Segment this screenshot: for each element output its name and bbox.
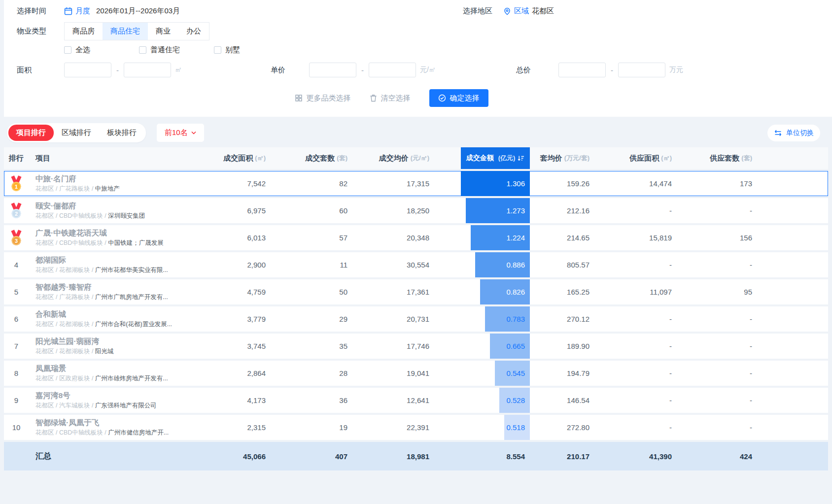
project-subtitle: 花都区 / 花都湖板块 / 阳光城 xyxy=(35,347,196,356)
summary-deal-units: 407 xyxy=(268,452,349,461)
property-type-tab-3[interactable]: 办公 xyxy=(178,23,209,40)
rank-cell: 10 xyxy=(4,423,29,432)
table-row[interactable]: 6合和新城花都区 / 花都湖板块 / 广州市合和(花都)置业发展...3,779… xyxy=(4,306,828,332)
deal-avg-price-cell: 19,041 xyxy=(349,369,431,377)
gold-medal-icon: 1 xyxy=(10,176,23,191)
column-header-2: 成交面积(㎡) xyxy=(196,147,268,169)
table-row[interactable]: 10智都绿城·凤凰于飞花都区 / CBD中轴线板块 / 广州市健信房地产开...… xyxy=(4,415,828,440)
deal-units-cell: 28 xyxy=(268,369,349,377)
table-row[interactable]: 2颐安·俪都府花都区 / CBD中轴线板块 / 深圳颐安集团6,9756018,… xyxy=(4,198,828,223)
deal-area-cell: 3,779 xyxy=(196,315,268,323)
area-max-input[interactable] xyxy=(124,63,171,77)
deal-avg-price-cell: 20,731 xyxy=(349,315,431,323)
property-type-tab-1[interactable]: 商品住宅 xyxy=(103,23,148,40)
deal-avg-price-cell: 17,746 xyxy=(349,342,431,350)
clear-selection-label: 清空选择 xyxy=(381,94,411,103)
summary-deal-avg-price: 18,981 xyxy=(349,452,431,461)
range-separator: - xyxy=(611,66,613,74)
ranking-tab-2[interactable]: 板块排行 xyxy=(99,125,144,141)
time-mode-selector[interactable]: 月度 xyxy=(64,6,90,16)
top-n-dropdown[interactable]: 前10名 xyxy=(157,124,204,142)
rank-cell: 5 xyxy=(4,288,29,296)
unit-price-unit-label: 元/㎡ xyxy=(420,66,436,74)
column-header-8: 供应套数(套) xyxy=(674,147,754,169)
subtype-checkbox-0[interactable]: 全选 xyxy=(64,45,139,55)
property-type-tab-2[interactable]: 商业 xyxy=(148,23,178,40)
project-location-path: 花都区 / CBD中轴线板块 / xyxy=(35,429,108,436)
checkbox-icon[interactable] xyxy=(64,46,71,54)
deal-area-cell: 3,745 xyxy=(196,342,268,350)
unit-switch-label: 单位切换 xyxy=(786,129,814,137)
total-price-unit-label: 万元 xyxy=(669,66,683,74)
area-unit-label: ㎡ xyxy=(175,66,182,74)
project-cell: 智都越秀·臻智府花都区 / 广花路板块 / 广州市广凯房地产开发有... xyxy=(29,282,196,301)
deal-avg-price-cell: 18,250 xyxy=(349,206,431,215)
rank-cell: 3 xyxy=(4,230,29,245)
subtype-checkbox-2[interactable]: 别墅 xyxy=(214,45,289,55)
checkbox-icon[interactable] xyxy=(139,46,146,54)
area-min-input[interactable] xyxy=(64,63,111,77)
table-row[interactable]: 3广晟·中铁建花语天珹花都区 / CBD中轴线板块 / 中国铁建；广晟发展6,0… xyxy=(4,225,828,250)
project-name: 智都越秀·臻智府 xyxy=(35,282,196,292)
unit-price-min-input[interactable] xyxy=(309,63,356,77)
table-row[interactable]: 4都湖国际花都区 / 花都湖板块 / 广州市花都华美实业有限...2,90011… xyxy=(4,252,828,277)
subtype-checkbox-1[interactable]: 普通住宅 xyxy=(139,45,214,55)
column-header-5[interactable]: 成交金额(亿元) xyxy=(461,147,530,169)
summary-supply-units: 424 xyxy=(674,452,754,461)
supply-units-cell: - xyxy=(674,261,754,269)
project-name: 广晟·中铁建花语天珹 xyxy=(35,228,196,237)
region-value[interactable]: 花都区 xyxy=(532,6,554,16)
deal-amount-cell: 1.224 xyxy=(461,225,530,250)
deal-units-cell: 29 xyxy=(268,315,349,323)
unit-switch-button[interactable]: 单位切换 xyxy=(767,125,820,141)
bronze-medal-icon: 3 xyxy=(10,230,23,245)
property-type-tab-0[interactable]: 商品房 xyxy=(65,23,103,40)
table-row[interactable]: 8凤凰瑞景花都区 / 区政府板块 / 广州市雄炜房地产开发有...2,86428… xyxy=(4,361,828,386)
supply-area-cell: - xyxy=(591,315,674,323)
rank-cell: 6 xyxy=(4,315,29,323)
deal-amount-cell: 0.665 xyxy=(461,334,530,359)
avg-total-cell: 189.90 xyxy=(530,342,591,350)
supply-units-cell: 95 xyxy=(674,288,754,296)
total-price-min-input[interactable] xyxy=(558,63,606,77)
region-scope-selector[interactable]: 区域 xyxy=(503,6,529,16)
project-location-path: 花都区 / 区政府板块 / xyxy=(35,375,95,382)
column-header-7: 供应面积(㎡) xyxy=(591,147,674,169)
deal-units-cell: 57 xyxy=(268,234,349,242)
property-type-row: 物业类型 商品房商品住宅商业办公 xyxy=(17,22,820,40)
project-name: 嘉河湾8号 xyxy=(35,391,196,400)
table-row[interactable]: 9嘉河湾8号花都区 / 汽车城板块 / 广东强科地产有限公司4,1733612,… xyxy=(4,388,828,413)
deal-amount-cell: 0.826 xyxy=(461,279,530,304)
more-categories-button[interactable]: 更多品类选择 xyxy=(295,94,351,103)
deal-amount-bar: 0.665 xyxy=(490,334,530,359)
ranking-tab-0[interactable]: 项目排行 xyxy=(8,125,54,141)
rank-cell: 8 xyxy=(4,369,29,377)
checkbox-icon[interactable] xyxy=(214,46,221,54)
supply-units-cell: - xyxy=(674,423,754,432)
sort-icon xyxy=(518,155,524,162)
ranking-tab-1[interactable]: 区域排行 xyxy=(54,125,99,141)
deal-amount-cell: 0.783 xyxy=(461,306,530,332)
date-range-value[interactable]: 2026年01月--2026年03月 xyxy=(96,6,180,16)
table-row[interactable]: 7阳光城兰园·翡丽湾花都区 / 花都湖板块 / 阳光城3,7453517,746… xyxy=(4,334,828,359)
check-circle-icon xyxy=(438,94,446,102)
clear-selection-button[interactable]: 清空选择 xyxy=(370,94,411,103)
project-cell: 智都绿城·凤凰于飞花都区 / CBD中轴线板块 / 广州市健信房地产开... xyxy=(29,418,196,437)
project-subtitle: 花都区 / 汽车城板块 / 广东强科地产有限公司 xyxy=(35,402,196,410)
supply-area-cell: 14,474 xyxy=(591,179,674,188)
unit-price-max-input[interactable] xyxy=(369,63,416,77)
project-subtitle: 花都区 / 花都湖板块 / 广州市合和(花都)置业发展... xyxy=(35,320,196,329)
confirm-selection-label: 确定选择 xyxy=(450,94,480,103)
deal-area-cell: 2,900 xyxy=(196,261,268,269)
avg-total-cell: 805.57 xyxy=(530,261,591,269)
project-cell: 合和新城花都区 / 花都湖板块 / 广州市合和(花都)置业发展... xyxy=(29,309,196,328)
avg-total-cell: 270.12 xyxy=(530,315,591,323)
project-developer: 广州市广凯房地产开发有... xyxy=(95,294,168,301)
project-location-path: 花都区 / CBD中轴线板块 / xyxy=(35,239,108,246)
table-row[interactable]: 1中旅·名门府花都区 / 广花路板块 / 中旅地产7,5428217,3151.… xyxy=(4,171,828,196)
deal-amount-cell: 1.273 xyxy=(461,198,530,223)
confirm-selection-button[interactable]: 确定选择 xyxy=(429,89,488,107)
calendar-icon xyxy=(64,7,72,15)
table-row[interactable]: 5智都越秀·臻智府花都区 / 广花路板块 / 广州市广凯房地产开发有...4,7… xyxy=(4,279,828,304)
total-price-max-input[interactable] xyxy=(618,63,665,77)
